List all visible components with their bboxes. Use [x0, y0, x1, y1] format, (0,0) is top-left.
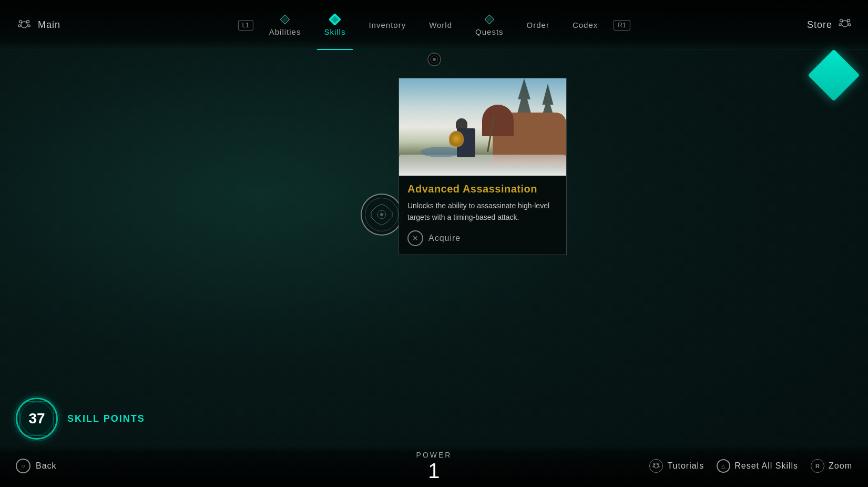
abilities-tab-label: Abilities	[269, 27, 301, 36]
main-label: Main	[38, 19, 60, 31]
skill-description: Unlocks the ability to assassinate high-…	[407, 200, 558, 223]
acquire-button-icon[interactable]: ✕	[407, 230, 423, 246]
svg-point-120	[658, 463, 659, 465]
power-label: POWER	[416, 451, 452, 459]
svg-point-107	[842, 21, 848, 27]
store-label[interactable]: Store	[807, 19, 832, 31]
main-paw-icon	[16, 16, 33, 33]
r-button-icon: R	[811, 459, 824, 473]
triangle-icon: △	[717, 459, 730, 473]
skill-node-ring	[361, 194, 403, 236]
skill-popup-image	[399, 78, 566, 176]
svg-point-122	[658, 466, 659, 467]
svg-point-95	[433, 58, 436, 61]
svg-point-96	[21, 22, 27, 28]
skill-popup: Advanced Assassination Unlocks the abili…	[399, 78, 567, 255]
abilities-diamond-icon	[279, 14, 291, 25]
svg-point-98	[27, 21, 29, 23]
selected-skill-node[interactable]	[361, 194, 403, 236]
svg-point-109	[847, 19, 850, 22]
zoom-label: Zoom	[829, 461, 852, 471]
zoom-action[interactable]: R Zoom	[811, 459, 852, 473]
cross-icon: ✕	[412, 234, 418, 242]
right-bumper[interactable]: R1	[614, 20, 630, 31]
svg-marker-112	[371, 204, 392, 225]
bottom-bar: ○ Back POWER 1 Tutorials △ Reset All Ski…	[0, 445, 868, 487]
back-label: Back	[36, 461, 57, 471]
scene-snow	[399, 155, 566, 176]
reset-label: Reset All Skills	[734, 461, 798, 471]
svg-point-111	[849, 24, 851, 26]
reset-skills-action[interactable]: △ Reset All Skills	[717, 459, 798, 473]
skill-popup-content: Advanced Assassination Unlocks the abili…	[399, 176, 566, 255]
left-bumper[interactable]: L1	[238, 20, 253, 31]
svg-point-100	[28, 25, 30, 27]
skills-tab-label: Skills	[324, 27, 345, 36]
power-display: POWER 1	[416, 451, 452, 481]
quests-diamond-icon	[484, 14, 495, 25]
tab-skills[interactable]: Skills	[312, 0, 357, 50]
svg-point-119	[653, 463, 655, 465]
power-value: 1	[428, 460, 440, 481]
tab-codex[interactable]: Codex	[561, 0, 609, 50]
nav-right: Store	[807, 16, 852, 33]
top-nav-indicator	[426, 52, 442, 69]
skill-points-label: SKILL POINTS	[67, 413, 145, 424]
tutorials-label: Tutorials	[667, 461, 704, 471]
svg-point-97	[19, 21, 22, 23]
store-paw-icon	[838, 16, 852, 33]
svg-point-121	[653, 466, 654, 467]
tab-abilities[interactable]: Abilities	[258, 0, 313, 50]
acquire-label: Acquire	[428, 234, 461, 243]
codex-tab-label: Codex	[573, 21, 598, 29]
skills-diamond-icon	[329, 14, 341, 25]
circle-icon: ○	[21, 462, 25, 470]
svg-point-110	[839, 24, 841, 26]
quests-tab-label: Quests	[475, 27, 504, 36]
skill-points-display: 37 SKILL POINTS	[16, 398, 145, 440]
svg-point-113	[377, 210, 386, 219]
back-action[interactable]: ○ Back	[16, 459, 57, 473]
skill-title: Advanced Assassination	[407, 183, 558, 195]
inventory-tab-label: Inventory	[369, 21, 406, 29]
tutorials-action[interactable]: Tutorials	[649, 459, 704, 473]
svg-point-99	[18, 25, 21, 27]
nav-left: Main	[16, 16, 60, 33]
svg-point-108	[840, 19, 843, 22]
character-figure	[452, 110, 483, 157]
world-tab-label: World	[429, 21, 452, 29]
svg-point-116	[380, 213, 383, 216]
tab-quests[interactable]: Quests	[464, 0, 515, 50]
acquire-action[interactable]: ✕ Acquire	[407, 230, 558, 246]
skill-points-number: 37	[28, 410, 45, 427]
tab-world[interactable]: World	[417, 0, 464, 50]
bottom-right-actions: Tutorials △ Reset All Skills R Zoom	[649, 459, 852, 473]
back-button-icon: ○	[16, 459, 30, 473]
nav-tabs: L1 Abilities Skills Inventory	[233, 0, 634, 50]
skill-points-badge: 37	[16, 398, 58, 440]
navbar: Main L1 Abilities Skills	[0, 0, 868, 50]
tab-order[interactable]: Order	[515, 0, 561, 50]
order-tab-label: Order	[527, 21, 549, 29]
tab-inventory[interactable]: Inventory	[357, 0, 417, 50]
tutorials-paw-icon	[649, 459, 663, 473]
